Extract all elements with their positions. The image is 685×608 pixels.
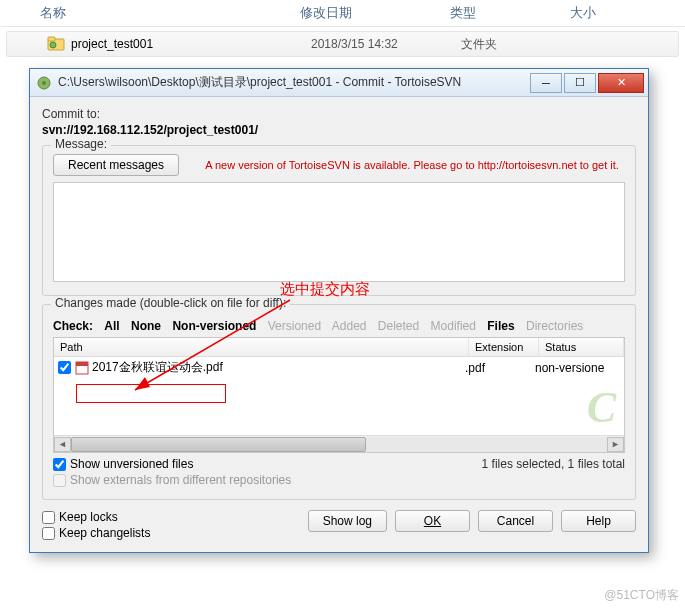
scroll-thumb[interactable] xyxy=(71,437,366,452)
titlebar[interactable]: C:\Users\wilsoon\Desktop\测试目录\project_te… xyxy=(30,69,648,97)
message-group: Message: Recent messages A new version o… xyxy=(42,145,636,296)
help-button[interactable]: Help xyxy=(561,510,636,532)
filter-none[interactable]: None xyxy=(131,319,161,333)
col-ext[interactable]: Extension xyxy=(469,338,539,356)
check-label: Check: xyxy=(53,319,93,333)
show-unversioned-checkbox[interactable]: Show unversioned files xyxy=(53,457,291,471)
svg-rect-1 xyxy=(48,37,55,41)
file-status: non-versione xyxy=(535,361,620,375)
col-name[interactable]: 名称 xyxy=(40,4,300,22)
svg-point-4 xyxy=(42,81,46,85)
window-title: C:\Users\wilsoon\Desktop\测试目录\project_te… xyxy=(58,74,530,91)
file-row[interactable]: 2017金秋联谊运动会.pdf .pdf non-versione xyxy=(54,357,624,378)
scroll-right-icon[interactable]: ► xyxy=(607,437,624,452)
page-watermark: @51CTO博客 xyxy=(604,587,679,604)
tortoisesvn-icon xyxy=(36,75,52,91)
explorer-column-headers: 名称 修改日期 类型 大小 xyxy=(0,0,685,27)
message-label: Message: xyxy=(51,137,111,151)
maximize-button[interactable]: ☐ xyxy=(564,73,596,93)
changes-group: Changes made (double-click on file for d… xyxy=(42,304,636,500)
selection-stats: 1 files selected, 1 files total xyxy=(482,457,625,471)
minimize-button[interactable]: ─ xyxy=(530,73,562,93)
filter-files[interactable]: Files xyxy=(487,319,514,333)
col-type[interactable]: 类型 xyxy=(450,4,570,22)
row-name: project_test001 xyxy=(71,37,311,51)
file-list: Path Extension Status 2017金秋联谊运动会.pdf .p… xyxy=(53,337,625,453)
filter-added[interactable]: Added xyxy=(332,319,367,333)
col-path[interactable]: Path xyxy=(54,338,469,356)
svg-rect-6 xyxy=(76,362,88,366)
file-checkbox[interactable] xyxy=(58,361,71,374)
keep-locks-checkbox[interactable]: Keep locks xyxy=(42,510,150,524)
recent-messages-button[interactable]: Recent messages xyxy=(53,154,179,176)
changes-label: Changes made (double-click on file for d… xyxy=(51,296,290,310)
filter-all[interactable]: All xyxy=(104,319,119,333)
scroll-left-icon[interactable]: ◄ xyxy=(54,437,71,452)
cancel-button[interactable]: Cancel xyxy=(478,510,553,532)
col-status[interactable]: Status xyxy=(539,338,624,356)
horizontal-scrollbar[interactable]: ◄ ► xyxy=(54,435,624,452)
filter-deleted[interactable]: Deleted xyxy=(378,319,419,333)
close-button[interactable]: ✕ xyxy=(598,73,644,93)
update-notice: A new version of TortoiseSVN is availabl… xyxy=(199,158,625,172)
svg-point-2 xyxy=(50,42,56,48)
filter-row: Check: All None Non-versioned Versioned … xyxy=(53,319,625,333)
tortoise-watermark-icon: C xyxy=(587,382,616,433)
show-externals-checkbox: Show externals from different repositori… xyxy=(53,473,291,487)
filter-versioned[interactable]: Versioned xyxy=(268,319,321,333)
col-date[interactable]: 修改日期 xyxy=(300,4,450,22)
file-name: 2017金秋联谊运动会.pdf xyxy=(92,359,465,376)
file-ext: .pdf xyxy=(465,361,535,375)
explorer-row[interactable]: project_test001 2018/3/15 14:32 文件夹 xyxy=(6,31,679,57)
pdf-icon xyxy=(75,361,89,375)
svn-url: svn://192.168.112.152/project_test001/ xyxy=(42,123,636,137)
row-date: 2018/3/15 14:32 xyxy=(311,37,461,51)
keep-changelists-checkbox[interactable]: Keep changelists xyxy=(42,526,150,540)
show-log-button[interactable]: Show log xyxy=(308,510,387,532)
commit-message-input[interactable] xyxy=(53,182,625,282)
filter-directories[interactable]: Directories xyxy=(526,319,583,333)
commit-to-label: Commit to: xyxy=(42,107,636,121)
ok-button[interactable]: OK xyxy=(395,510,470,532)
folder-icon xyxy=(47,35,65,53)
filter-nonversioned[interactable]: Non-versioned xyxy=(172,319,256,333)
row-type: 文件夹 xyxy=(461,36,581,53)
col-size[interactable]: 大小 xyxy=(570,4,650,22)
filter-modified[interactable]: Modified xyxy=(431,319,476,333)
commit-dialog: C:\Users\wilsoon\Desktop\测试目录\project_te… xyxy=(29,68,649,553)
